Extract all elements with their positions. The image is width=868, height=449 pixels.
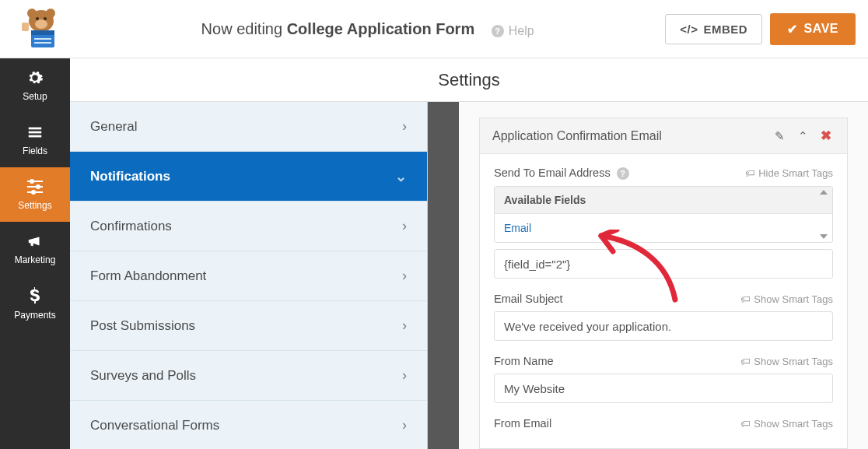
help-icon: ? (492, 25, 504, 37)
from-name-input[interactable] (494, 374, 833, 403)
chevron-right-icon: › (402, 268, 407, 284)
primary-nav: Setup Fields Settings Marketing Payments (0, 58, 70, 449)
topbar-actions: </> EMBED ✔ SAVE (665, 13, 856, 45)
svg-point-15 (30, 179, 34, 184)
svg-point-5 (44, 17, 47, 20)
from-email-label: From Email (494, 417, 551, 430)
code-icon: </> (680, 23, 698, 36)
editing-prefix: Now editing (201, 20, 287, 37)
subnav-surveys-polls[interactable]: Surveys and Polls› (70, 351, 427, 401)
close-icon[interactable]: ✖ (817, 128, 835, 144)
nav-fields[interactable]: Fields (0, 113, 70, 167)
svg-rect-7 (31, 30, 54, 35)
help-link[interactable]: ?Help (492, 24, 534, 38)
help-icon[interactable]: ? (617, 167, 629, 180)
svg-rect-10 (22, 23, 29, 31)
show-smart-tags-from-email[interactable]: 🏷Show Smart Tags (740, 418, 833, 430)
edit-icon[interactable]: ✎ (771, 129, 788, 143)
page-title: Settings (70, 58, 868, 102)
check-icon: ✔ (787, 22, 798, 37)
chevron-right-icon: › (402, 118, 407, 135)
notification-panel: Application Confirmation Email ✎ ⌃ ✖ Sen… (479, 118, 848, 449)
svg-point-1 (27, 9, 37, 18)
tag-icon: 🏷 (745, 167, 755, 179)
hide-smart-tags[interactable]: 🏷Hide Smart Tags (745, 167, 833, 179)
dollar-icon (27, 286, 43, 305)
svg-rect-12 (29, 132, 42, 134)
svg-point-17 (36, 184, 40, 189)
nav-marketing[interactable]: Marketing (0, 222, 70, 276)
svg-point-3 (35, 19, 47, 29)
editing-title: Now editing College Application Form ?He… (70, 20, 665, 38)
svg-point-4 (36, 17, 39, 20)
nav-setup[interactable]: Setup (0, 58, 70, 113)
resize-gutter (428, 102, 459, 449)
svg-point-2 (46, 9, 55, 18)
show-smart-tags-from-name[interactable]: 🏷Show Smart Tags (740, 356, 833, 367)
content-area: Application Confirmation Email ✎ ⌃ ✖ Sen… (459, 102, 868, 449)
panel-header: Application Confirmation Email ✎ ⌃ ✖ (480, 118, 847, 154)
send-to-input[interactable] (494, 249, 833, 279)
available-field-email[interactable]: Email (495, 214, 832, 242)
nav-payments[interactable]: Payments (0, 276, 70, 331)
chevron-right-icon: › (402, 367, 407, 384)
tag-icon: 🏷 (740, 356, 751, 367)
svg-rect-11 (29, 128, 42, 130)
svg-point-19 (31, 190, 36, 195)
svg-rect-9 (34, 42, 51, 44)
chevron-right-icon: › (402, 218, 407, 234)
tag-icon: 🏷 (740, 293, 751, 305)
panel-title: Application Confirmation Email (492, 129, 662, 143)
nav-settings[interactable]: Settings (0, 167, 70, 222)
form-name: College Application Form (287, 20, 475, 37)
topbar: Now editing College Application Form ?He… (0, 0, 868, 58)
megaphone-icon (26, 233, 44, 250)
available-fields-box: Available Fields Email (494, 186, 833, 243)
collapse-icon[interactable]: ⌃ (794, 129, 811, 143)
svg-rect-13 (29, 135, 42, 138)
gear-icon (26, 69, 44, 86)
subnav-confirmations[interactable]: Confirmations› (70, 202, 427, 251)
save-button[interactable]: ✔ SAVE (770, 13, 856, 45)
settings-subnav: General› Notifications⌄ Confirmations› F… (70, 102, 428, 449)
embed-button[interactable]: </> EMBED (665, 14, 762, 44)
tag-icon: 🏷 (740, 418, 751, 430)
subject-input[interactable] (494, 311, 833, 341)
available-fields-header: Available Fields (495, 187, 832, 214)
sliders-icon (26, 178, 44, 195)
subnav-conversational-forms[interactable]: Conversational Forms› (70, 401, 427, 449)
subnav-post-submissions[interactable]: Post Submissions› (70, 301, 427, 351)
subnav-notifications[interactable]: Notifications⌄ (70, 152, 427, 202)
subnav-form-abandonment[interactable]: Form Abandonment› (70, 251, 427, 301)
subject-label: Email Subject (494, 293, 563, 305)
send-to-label: Send To Email Address (494, 167, 611, 179)
show-smart-tags-subject[interactable]: 🏷Show Smart Tags (740, 293, 833, 305)
chevron-right-icon: › (402, 317, 407, 334)
chevron-right-icon: › (402, 417, 407, 433)
from-name-label: From Name (494, 355, 554, 367)
list-icon (26, 124, 44, 141)
app-logo (12, 5, 70, 52)
svg-rect-8 (34, 38, 51, 40)
chevron-down-icon: ⌄ (395, 168, 407, 185)
subnav-general[interactable]: General› (70, 102, 427, 152)
